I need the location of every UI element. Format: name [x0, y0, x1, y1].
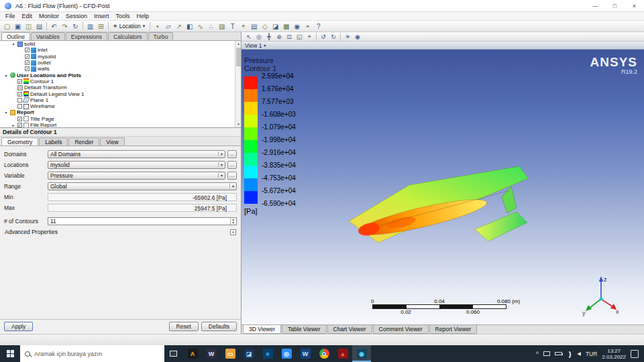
report-icon[interactable]: ▤: [34, 21, 44, 31]
domains-select[interactable]: All Domains▾: [48, 150, 225, 158]
orbit-icon[interactable]: ◎: [254, 33, 264, 41]
center-icon[interactable]: ⌖: [305, 33, 314, 41]
tab-report-viewer[interactable]: Report Viewer: [429, 325, 478, 334]
locations-select[interactable]: mysolid▾: [48, 161, 225, 169]
tab-calculators[interactable]: Calculators: [108, 32, 148, 40]
tree-checkbox[interactable]: [17, 104, 22, 109]
tree-checkbox[interactable]: ✓: [17, 117, 22, 121]
redo-icon[interactable]: ↷: [60, 21, 70, 31]
taskbar-app-word[interactable]: W: [296, 345, 315, 362]
taskbar-app-workbench[interactable]: W: [202, 345, 221, 362]
tree-checkbox[interactable]: [17, 98, 22, 103]
tree-item-default-transform[interactable]: Default Transform: [0, 84, 235, 90]
tree-item-wireframe[interactable]: Wireframe: [0, 103, 235, 109]
light-icon[interactable]: ☀: [343, 33, 352, 41]
tab-chart-viewer[interactable]: Chart Viewer: [327, 325, 372, 334]
notification-center-icon[interactable]: [631, 350, 639, 358]
streamline-icon[interactable]: ∿: [195, 21, 205, 31]
menu-item-file[interactable]: File: [2, 13, 19, 19]
twisty-icon[interactable]: ▾: [3, 110, 9, 115]
location-dropdown[interactable]: ⌖Location▾: [111, 21, 148, 31]
close-button[interactable]: ×: [625, 0, 644, 11]
menu-item-tools[interactable]: Tools: [113, 13, 133, 19]
calculator-icon[interactable]: ⊞: [96, 21, 106, 31]
taskbar-app-zoom[interactable]: ◎: [277, 345, 296, 362]
clip-plane-icon[interactable]: ◪: [270, 21, 280, 31]
instance-transform-icon[interactable]: ◇: [260, 21, 270, 31]
viewport-3d[interactable]: Pressure Contour 1 2.595e+041.676e+047.5…: [241, 50, 644, 324]
tree-item-file-report[interactable]: ▸✓File Report: [0, 122, 235, 128]
reset-button[interactable]: Reset: [169, 322, 199, 331]
select-arrow-icon[interactable]: ↖: [244, 33, 254, 41]
tree-item-solid[interactable]: ▾solid: [0, 41, 235, 47]
tree-checkbox[interactable]: ✓: [17, 92, 22, 97]
task-view-button[interactable]: [164, 345, 182, 362]
new-file-icon[interactable]: ▢: [2, 21, 12, 31]
tab-3d-viewer[interactable]: 3D Viewer: [243, 325, 281, 334]
scroll-up-icon[interactable]: ▲: [235, 41, 241, 47]
tree-item-default-legend-view-1[interactable]: ✓Default Legend View 1: [0, 90, 235, 97]
tab-render[interactable]: Render: [68, 137, 99, 145]
zoom-icon[interactable]: ⊕: [274, 33, 284, 41]
domains-more-button[interactable]: …: [227, 150, 237, 158]
tree-item-outlet[interactable]: ✓outlet: [0, 60, 235, 66]
save-icon[interactable]: ◫: [23, 21, 34, 31]
tab-expressions[interactable]: Expressions: [66, 32, 107, 40]
snapshot-icon[interactable]: ◉: [353, 33, 362, 41]
help-icon[interactable]: ?: [313, 21, 323, 31]
spinner-down-icon[interactable]: ▼: [231, 221, 236, 225]
taskbar-app-edge[interactable]: e: [258, 345, 277, 362]
taskbar-app-cfd-post[interactable]: ◉: [352, 345, 371, 362]
tray-chevron-icon[interactable]: ^: [536, 351, 539, 357]
taskbar-app-photos[interactable]: ◪: [239, 345, 258, 362]
rotate-right-icon[interactable]: ↻: [329, 33, 338, 41]
open-file-icon[interactable]: ▣: [13, 21, 23, 31]
tab-table-viewer[interactable]: Table Viewer: [282, 325, 327, 334]
locations-more-button[interactable]: …: [227, 161, 237, 169]
variable-select[interactable]: Pressure▾: [48, 172, 225, 180]
tree-checkbox[interactable]: ✓: [17, 79, 22, 84]
fit-view-icon[interactable]: ◱: [294, 33, 304, 41]
spinner-buttons[interactable]: ▲▼: [230, 218, 236, 225]
tree-checkbox[interactable]: ✓: [25, 54, 30, 59]
expand-icon[interactable]: +: [230, 229, 236, 235]
tab-view[interactable]: View: [100, 137, 124, 145]
start-button[interactable]: [0, 345, 20, 362]
taskbar-app-file-explorer[interactable]: ▭: [221, 345, 239, 362]
minimize-button[interactable]: —: [586, 0, 605, 11]
of-contours-input[interactable]: 11▲▼: [48, 217, 237, 225]
tree-item-plane-1[interactable]: Plane 1: [0, 97, 235, 103]
tree-checkbox[interactable]: ✓: [25, 60, 30, 65]
tab-variables[interactable]: Variables: [31, 32, 65, 40]
battery-tray-icon[interactable]: [555, 352, 562, 355]
taskbar-app-chrome[interactable]: [315, 345, 333, 362]
maximize-button[interactable]: □: [605, 0, 625, 11]
tab-turbo[interactable]: Turbo: [148, 32, 174, 40]
tree-scrollbar[interactable]: ▲ ▼: [235, 41, 241, 127]
taskbar-search[interactable]: Aramak için buraya yazın: [20, 345, 164, 362]
vector-icon[interactable]: ↗: [174, 21, 184, 31]
plane-icon[interactable]: ▱: [163, 21, 173, 31]
variable-more-button[interactable]: …: [227, 172, 237, 180]
volume-tray-icon[interactable]: [577, 352, 581, 356]
chart-icon[interactable]: ▥: [85, 21, 95, 31]
rotate-left-icon[interactable]: ↺: [319, 33, 328, 41]
volume-rendering-icon[interactable]: ▨: [217, 21, 227, 31]
taskbar-app-ansys-launcher[interactable]: A: [183, 345, 202, 362]
text-label-icon[interactable]: T: [227, 21, 237, 31]
zoom-box-icon[interactable]: ⊡: [284, 33, 294, 41]
twisty-icon[interactable]: ▾: [3, 73, 9, 78]
pan-icon[interactable]: ╋: [264, 33, 274, 41]
tab-outline[interactable]: Outline: [1, 32, 30, 40]
tree-item-walls[interactable]: ✓walls: [0, 66, 235, 72]
menu-item-help[interactable]: Help: [133, 13, 153, 19]
tab-geometry[interactable]: Geometry: [1, 137, 38, 145]
camera-icon[interactable]: ◉: [292, 21, 302, 31]
scrollbar-thumb[interactable]: [236, 48, 241, 66]
menu-item-edit[interactable]: Edit: [19, 13, 36, 19]
tree-checkbox[interactable]: ✓: [17, 123, 22, 127]
tab-labels[interactable]: Labels: [39, 137, 68, 145]
tab-comment-viewer[interactable]: Comment Viewer: [373, 325, 429, 334]
tree-item-report[interactable]: ▾Report: [0, 109, 235, 115]
menu-item-insert[interactable]: Insert: [91, 13, 113, 19]
